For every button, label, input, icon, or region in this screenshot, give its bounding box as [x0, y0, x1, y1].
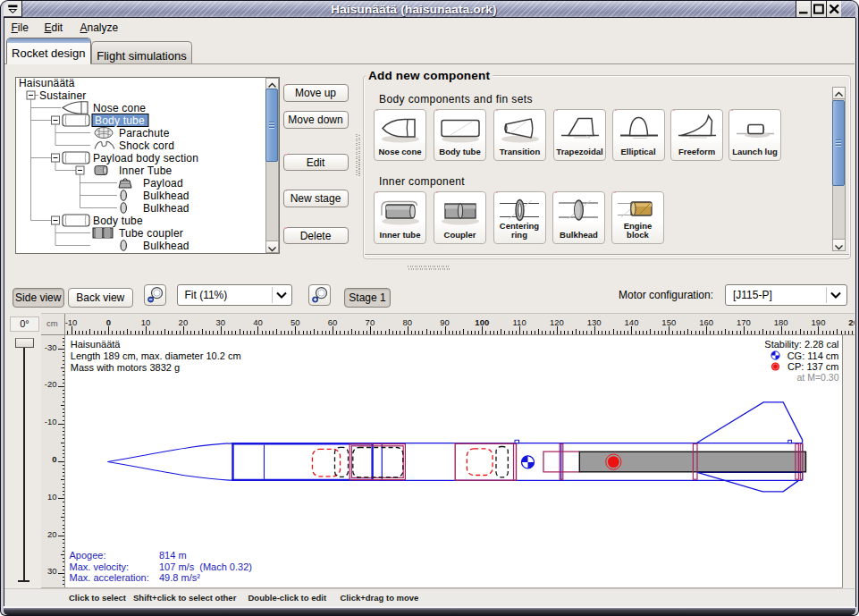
- svg-text:200: 200: [848, 317, 855, 327]
- svg-text:107 m/s (Mach 0.32): 107 m/s (Mach 0.32): [159, 561, 252, 572]
- svg-text:-20: -20: [45, 379, 57, 389]
- svg-text:Max. acceleration:: Max. acceleration:: [70, 572, 149, 583]
- svg-text:0: 0: [52, 454, 56, 464]
- svg-text:Max. velocity:: Max. velocity:: [70, 561, 130, 572]
- svg-text:10: 10: [47, 492, 57, 502]
- svg-text:100: 100: [475, 317, 489, 327]
- svg-text:-10: -10: [45, 417, 57, 426]
- svg-text:Payload: Payload: [143, 177, 183, 190]
- svg-text:150: 150: [661, 317, 676, 327]
- svg-text:130: 130: [587, 317, 602, 327]
- svg-text:Body tube: Body tube: [93, 215, 143, 227]
- svg-text:140: 140: [625, 317, 639, 327]
- svg-text:Bulkhead: Bulkhead: [143, 202, 189, 215]
- svg-text:CG: 114 cm: CG: 114 cm: [787, 350, 839, 361]
- svg-text:CP: 137 cm: CP: 137 cm: [787, 361, 838, 372]
- svg-text:90: 90: [440, 317, 450, 327]
- svg-text:80: 80: [402, 317, 412, 327]
- svg-text:70: 70: [366, 317, 375, 327]
- svg-text:50: 50: [291, 317, 300, 327]
- svg-text:40: 40: [253, 317, 263, 327]
- svg-text:Sustainer: Sustainer: [39, 89, 87, 102]
- svg-text:170: 170: [737, 317, 751, 327]
- svg-text:Bulkhead: Bulkhead: [143, 240, 189, 252]
- svg-text:Length 189 cm, max. diameter 1: Length 189 cm, max. diameter 10.2 cm: [71, 350, 241, 361]
- svg-text:Stability: 2.28 cal: Stability: 2.28 cal: [764, 339, 838, 350]
- svg-text:Mass with motors 3832 g: Mass with motors 3832 g: [71, 362, 180, 373]
- svg-text:0: 0: [106, 317, 111, 327]
- svg-text:Parachute: Parachute: [119, 127, 170, 139]
- svg-text:Tube coupler: Tube coupler: [119, 227, 183, 240]
- svg-text:160: 160: [699, 317, 713, 327]
- svg-text:Inner Tube: Inner Tube: [119, 165, 173, 177]
- svg-text:190: 190: [812, 317, 826, 327]
- svg-text:at M=0.30: at M=0.30: [797, 372, 839, 383]
- svg-text:30: 30: [47, 566, 57, 576]
- svg-text:30: 30: [215, 317, 225, 327]
- svg-text:Haisunäätä: Haisunäätä: [19, 77, 75, 89]
- svg-text:Nose cone: Nose cone: [93, 102, 146, 114]
- svg-text:814 m: 814 m: [159, 550, 187, 561]
- svg-text:10: 10: [141, 317, 151, 327]
- svg-text:Payload body section: Payload body section: [93, 152, 198, 165]
- svg-text:-10: -10: [65, 317, 78, 327]
- svg-text:Bulkhead: Bulkhead: [143, 190, 189, 202]
- svg-text:-30: -30: [45, 342, 57, 352]
- svg-text:Body tube: Body tube: [95, 114, 145, 127]
- svg-text:20: 20: [47, 529, 57, 539]
- svg-text:49.8 m/s²: 49.8 m/s²: [159, 572, 200, 583]
- svg-text:60: 60: [328, 317, 338, 327]
- svg-text:180: 180: [774, 317, 788, 327]
- svg-text:110: 110: [513, 317, 526, 327]
- svg-text:120: 120: [550, 317, 564, 327]
- svg-text:Haisunäätä: Haisunäätä: [71, 339, 122, 350]
- svg-text:Apogee:: Apogee:: [70, 550, 106, 561]
- svg-text:Shock cord: Shock cord: [119, 139, 174, 152]
- svg-text:cm: cm: [46, 318, 58, 328]
- svg-text:20: 20: [179, 317, 189, 327]
